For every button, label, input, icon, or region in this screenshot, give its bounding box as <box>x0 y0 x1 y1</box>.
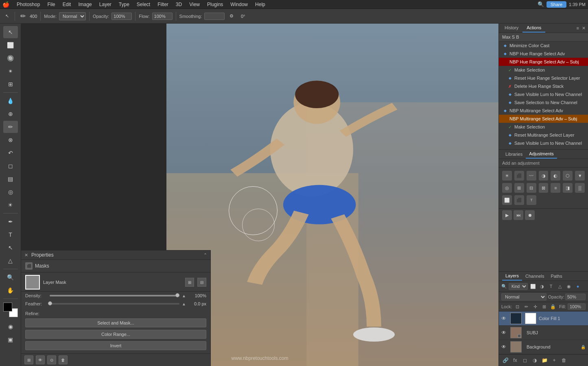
search-icon[interactable]: 🔍 <box>538 1 544 7</box>
tool-eraser[interactable]: ◻ <box>3 160 18 172</box>
tool-hand[interactable]: ✋ <box>3 284 18 296</box>
layers-filter-shape-icon[interactable]: △ <box>556 283 564 290</box>
tool-icon-move[interactable]: ↖ <box>2 12 11 21</box>
tab-layers[interactable]: Layers <box>502 272 522 281</box>
adj-color-lookup-icon[interactable]: ⊟ <box>527 183 536 193</box>
action-item[interactable]: ◆Reset Multirange Select Layer <box>499 131 588 139</box>
feather-slider[interactable] <box>50 303 179 305</box>
tab-actions[interactable]: Actions <box>522 24 545 33</box>
adj-invert-icon[interactable]: ⊠ <box>539 183 549 193</box>
foreground-color-swatch[interactable] <box>3 303 12 312</box>
tool-history-brush[interactable]: ↶ <box>3 147 18 159</box>
share-button[interactable]: Share <box>546 1 566 8</box>
adj-hue-icon[interactable]: ⬡ <box>563 171 573 181</box>
tool-spot-heal[interactable]: ⊕ <box>3 108 18 120</box>
tool-marquee[interactable]: ⬜ <box>3 39 18 51</box>
tool-eyedropper[interactable]: 💧 <box>3 95 18 107</box>
action-item[interactable]: ◆NBP Multirange Select Adv <box>499 107 588 115</box>
color-swatches[interactable] <box>3 303 18 317</box>
adj-photo-filter-icon[interactable]: ◎ <box>502 183 512 193</box>
opacity-value-input[interactable] <box>565 294 586 300</box>
apple-menu-icon[interactable]: 🍎 <box>2 1 9 8</box>
action-item[interactable]: ◆Reset Hue Range Selector Layer <box>499 74 588 82</box>
adj-threshold-icon[interactable]: ◨ <box>563 183 573 193</box>
tool-type[interactable]: T <box>3 229 18 241</box>
tool-move[interactable]: ↖ <box>3 26 18 38</box>
adj-play-icon[interactable]: ▶ <box>502 210 512 220</box>
layers-link-icon[interactable]: 🔗 <box>501 356 509 364</box>
screen-mode-icon[interactable]: ▣ <box>3 333 18 346</box>
adj-brightness-icon[interactable]: ☀ <box>502 171 512 181</box>
menu-plugins[interactable]: Plugins <box>204 1 226 8</box>
tool-path-select[interactable]: ↖ <box>3 242 18 254</box>
action-item[interactable]: ◆Save Visible Lum to New Channel <box>499 139 588 147</box>
adj-levels-icon[interactable]: ⬛ <box>514 171 524 181</box>
layer-visibility-2[interactable]: 👁 <box>501 330 509 336</box>
tool-magic-wand[interactable]: ✴ <box>3 65 18 77</box>
adj-curves-icon[interactable]: 〰 <box>527 171 536 181</box>
action-item[interactable]: ◆Minimize Color Cast <box>499 41 588 50</box>
adj-gradient-map-icon[interactable]: ▒ <box>575 183 585 193</box>
opacity-input[interactable] <box>111 13 132 20</box>
layers-mask-icon[interactable]: ◻ <box>521 356 529 364</box>
layer-visibility-3[interactable]: 👁 <box>501 344 509 350</box>
layer-item-background[interactable]: 👁 Background 🔒 <box>499 340 588 354</box>
tab-libraries[interactable]: Libraries <box>502 150 526 158</box>
menu-window[interactable]: Window <box>227 1 251 8</box>
tool-dodge[interactable]: ☀ <box>3 199 18 211</box>
brush-icon[interactable]: ✏ <box>18 12 27 21</box>
menu-edit[interactable]: Edit <box>59 1 74 8</box>
flow-input[interactable] <box>152 13 173 20</box>
layers-fx-icon[interactable]: fx <box>511 356 519 364</box>
layers-delete-icon[interactable]: 🗑 <box>560 356 568 364</box>
action-item[interactable]: ◆Save Selection to New Channel <box>499 147 588 149</box>
angle-input[interactable]: 0° <box>238 12 247 21</box>
action-item[interactable]: ✓Make Selection <box>499 123 588 131</box>
layers-filter-adj-icon[interactable]: ◑ <box>538 283 546 290</box>
layers-filter-active[interactable]: ● <box>574 283 581 290</box>
layers-new-icon[interactable]: + <box>550 356 558 364</box>
layers-group-icon[interactable]: 📁 <box>540 356 549 364</box>
adj-colorbalance-icon[interactable]: ▼ <box>575 171 585 181</box>
layer-item-color-fill[interactable]: 👁 Color Fill 1 <box>499 312 588 326</box>
layers-filter-type-icon[interactable]: T <box>547 283 555 290</box>
adj-text-icon[interactable]: T <box>527 195 536 205</box>
tool-stamp[interactable]: ⊗ <box>3 134 18 146</box>
action-item[interactable]: NBP Multirange Select Adv – Subj <box>499 115 588 123</box>
action-item[interactable]: ✗Delete Hue Range Stack <box>499 82 588 90</box>
tool-crop[interactable]: ⊞ <box>3 78 18 90</box>
properties-collapse-icon[interactable]: ⌃ <box>203 253 207 258</box>
tool-lasso[interactable]: 🔘 <box>3 52 18 64</box>
menu-filter[interactable]: Filter <box>154 1 172 8</box>
settings-icon[interactable]: ⚙ <box>227 12 236 21</box>
props-eye-icon[interactable]: 👁 <box>36 355 45 364</box>
adj-channel-mixer-icon[interactable]: ⊞ <box>514 183 524 193</box>
mode-dropdown[interactable]: Normal <box>59 12 86 20</box>
layer-item-subj[interactable]: 👁 SUBJ <box>499 326 588 340</box>
menu-image[interactable]: Image <box>75 1 95 8</box>
properties-close-icon[interactable]: ✕ <box>24 253 28 258</box>
density-slider[interactable] <box>50 295 179 296</box>
panel-collapse-icon[interactable]: ✕ <box>581 25 586 32</box>
layers-kind-select[interactable]: Kind <box>509 283 528 290</box>
layer-visibility-1[interactable]: 👁 <box>501 316 509 321</box>
lock-artboard-icon[interactable]: ⊞ <box>540 303 548 310</box>
select-and-mask-button[interactable]: Select and Mask... <box>25 318 206 327</box>
layers-blend-mode-select[interactable]: Normal <box>501 293 546 301</box>
layer-mask-thumbnail[interactable] <box>25 275 40 290</box>
menu-photoshop[interactable]: Photoshop <box>13 1 43 8</box>
invert-button[interactable]: Invert <box>25 341 206 350</box>
tab-paths[interactable]: Paths <box>548 272 566 280</box>
menu-type[interactable]: Type <box>116 1 133 8</box>
action-item[interactable]: ◆Save Visible Lum to New Channel <box>499 90 588 98</box>
lock-all-icon[interactable]: 🔒 <box>549 303 557 310</box>
lock-pixels-icon[interactable]: ✏ <box>522 303 530 310</box>
tool-pen[interactable]: ✒ <box>3 216 18 228</box>
tool-brush[interactable]: ✏ <box>3 121 18 133</box>
props-target-icon[interactable]: ⊙ <box>47 355 56 364</box>
props-grid-icon[interactable]: ⊞ <box>24 355 33 364</box>
adj-skip-icon[interactable]: ⏭ <box>514 210 523 220</box>
adj-exposure-icon[interactable]: ◑ <box>539 171 549 181</box>
action-item[interactable]: ✓Make Selection <box>499 66 588 74</box>
smoothing-input[interactable] <box>204 13 225 20</box>
